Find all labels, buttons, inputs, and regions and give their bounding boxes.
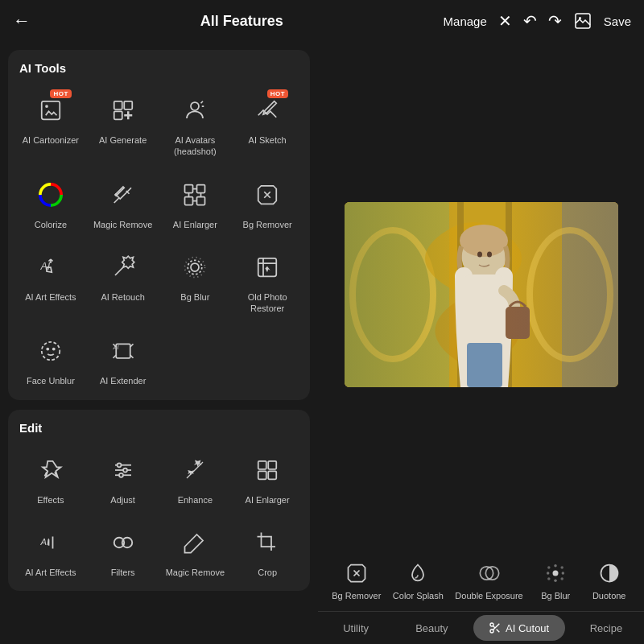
svg-rect-33 xyxy=(258,471,266,479)
ai-enlarger-edit-icon xyxy=(253,456,282,485)
tool-magic-remove-edit[interactable]: Magic Remove xyxy=(161,517,230,583)
photo-overlay xyxy=(345,202,618,387)
save-button[interactable]: Save xyxy=(604,14,631,28)
svg-point-57 xyxy=(547,566,551,569)
tool-ai-art-effects-edit[interactable]: AI AI Art Effects xyxy=(16,517,85,583)
tool-old-photo-restorer[interactable]: Old Photo Restorer xyxy=(233,242,302,320)
bottom-tool-label: Duotone xyxy=(592,590,626,601)
tool-label: Crop xyxy=(258,567,277,578)
tool-ai-cartoonizer[interactable]: HOT AI Cartoonizer xyxy=(16,85,85,163)
ai-art-effects-icon: AI xyxy=(36,253,65,282)
magic-remove-icon xyxy=(109,180,138,209)
back-button[interactable]: ← xyxy=(13,10,31,31)
nav-tab-utility[interactable]: Utility xyxy=(318,613,394,644)
svg-point-56 xyxy=(553,570,559,576)
svg-rect-34 xyxy=(268,471,276,479)
svg-point-58 xyxy=(561,566,564,569)
tool-label: AI Art Effects xyxy=(25,567,76,578)
tool-adjust[interactable]: Adjust xyxy=(89,444,158,510)
edit-section: Edit Effects xyxy=(8,410,310,592)
svg-rect-10 xyxy=(185,196,193,204)
tool-ai-sketch[interactable]: HOT AI Sketch xyxy=(233,85,302,163)
nav-tab-ai-cutout[interactable]: AI Cutout xyxy=(473,615,565,641)
tool-label: Old Photo Restorer xyxy=(234,291,300,315)
bottom-tool-label: Bg Remover xyxy=(332,590,381,601)
tool-ai-extender[interactable]: AI AI Extender xyxy=(89,325,158,391)
hot-badge: HOT xyxy=(267,89,288,98)
color-splash-bottom-icon xyxy=(403,559,432,588)
tool-ai-enlarger-edit[interactable]: AI Enlarger xyxy=(233,444,302,510)
bottom-tool-duotone[interactable]: Duotone xyxy=(585,555,634,605)
bottom-nav: Utility Beauty AI Cutout Recipe xyxy=(318,611,644,644)
tool-effects[interactable]: Effects xyxy=(16,444,85,510)
svg-point-16 xyxy=(188,260,203,275)
tool-label: Magic Remove xyxy=(166,567,225,578)
app-header: ← All Features Manage ✕ ↶ ↷ Save xyxy=(0,0,644,42)
duotone-bottom-icon xyxy=(595,559,624,588)
bottom-tools-row: Bg Remover Color Splash Double Exposure xyxy=(318,552,644,611)
tool-label: AI Avatars (headshot) xyxy=(163,134,229,158)
svg-point-29 xyxy=(119,473,123,477)
svg-point-64 xyxy=(562,572,565,575)
filters-icon xyxy=(109,528,138,557)
tool-ai-generate[interactable]: AI Generate xyxy=(89,85,158,163)
manage-button[interactable]: Manage xyxy=(444,14,487,28)
tool-label: AI Retouch xyxy=(101,291,144,303)
right-panel: Bg Remover Color Splash Double Exposure xyxy=(318,42,644,644)
close-button[interactable]: ✕ xyxy=(498,11,512,31)
magic-remove-edit-icon xyxy=(180,528,209,557)
ai-sketch-icon xyxy=(253,96,282,125)
bottom-tool-bg-blur[interactable]: Bg Blur xyxy=(531,555,580,605)
photo-area xyxy=(318,42,644,547)
tool-label: AI Sketch xyxy=(249,134,287,146)
svg-point-19 xyxy=(42,342,60,361)
svg-point-63 xyxy=(547,572,550,575)
bg-blur-bottom-icon xyxy=(541,559,570,588)
tool-label: Face Unblur xyxy=(27,375,75,386)
tool-enhance[interactable]: Enhance xyxy=(161,444,230,510)
hot-badge: HOT xyxy=(50,89,71,98)
ai-retouch-icon xyxy=(109,253,138,282)
tool-bg-remover[interactable]: Bg Remover xyxy=(233,169,302,235)
tool-ai-art-effects[interactable]: AI AI Art Effects xyxy=(16,242,85,320)
tool-crop[interactable]: Crop xyxy=(233,517,302,583)
tool-magic-remove[interactable]: Magic Remove xyxy=(89,169,158,235)
ai-art-effects-edit-icon: AI xyxy=(36,528,65,557)
svg-point-61 xyxy=(554,564,557,568)
effects-icon xyxy=(36,456,65,485)
bottom-tool-label: Bg Blur xyxy=(541,590,570,601)
tool-face-unblur[interactable]: Face Unblur xyxy=(16,325,85,391)
nav-tab-recipe[interactable]: Recipe xyxy=(568,613,644,644)
tool-filters[interactable]: Filters xyxy=(89,517,158,583)
bg-remover-icon xyxy=(253,180,282,209)
enhance-icon xyxy=(180,456,209,485)
undo-button[interactable]: ↶ xyxy=(523,11,537,31)
bottom-tool-double-exposure[interactable]: Double Exposure xyxy=(452,555,526,605)
face-unblur-icon xyxy=(36,336,65,365)
svg-rect-2 xyxy=(42,101,60,120)
tool-ai-enlarger[interactable]: AI Enlarger xyxy=(161,169,230,235)
bottom-tool-label: Color Splash xyxy=(393,590,444,601)
svg-point-60 xyxy=(561,577,564,580)
tool-label: AI Enlarger xyxy=(173,219,217,230)
tool-label: Bg Blur xyxy=(180,291,209,303)
svg-rect-11 xyxy=(197,184,205,192)
tool-label: AI Art Effects xyxy=(25,291,76,303)
ai-tools-title: AI Tools xyxy=(16,61,302,75)
tool-ai-retouch[interactable]: AI Retouch xyxy=(89,242,158,320)
redo-button[interactable]: ↷ xyxy=(548,11,562,31)
bottom-tool-color-splash[interactable]: Color Splash xyxy=(390,555,447,605)
svg-rect-32 xyxy=(268,461,276,469)
svg-point-28 xyxy=(123,468,127,472)
photo-display xyxy=(345,202,618,387)
tool-colorize[interactable]: Colorize xyxy=(16,169,85,235)
svg-point-20 xyxy=(46,348,49,351)
tool-ai-avatars[interactable]: AI Avatars (headshot) xyxy=(161,85,230,163)
nav-tab-beauty[interactable]: Beauty xyxy=(394,613,469,644)
ai-tools-section: AI Tools HOT AI Cartoonizer xyxy=(8,50,310,400)
bottom-tool-bg-remover[interactable]: Bg Remover xyxy=(328,555,384,605)
image-tool-button[interactable] xyxy=(573,11,592,31)
tool-bg-blur[interactable]: Bg Blur xyxy=(161,242,230,320)
svg-rect-31 xyxy=(258,461,266,469)
recipe-label: Recipe xyxy=(590,622,622,634)
